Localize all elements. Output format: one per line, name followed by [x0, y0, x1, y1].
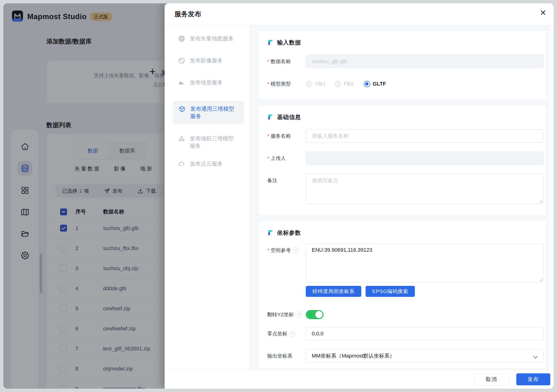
nav-label-line2: 服务 — [190, 142, 234, 150]
help-icon[interactable]: ? — [296, 312, 302, 318]
modal-nav-vector-map[interactable]: 发布矢量地图服务 — [178, 35, 243, 46]
flip-yz-label: 翻转YZ坐标 ? — [267, 311, 306, 318]
uploader-field — [306, 152, 544, 165]
earth-icon — [178, 57, 185, 64]
data-name-label: * 数据名称 — [267, 58, 306, 65]
output-crs-select[interactable]: MM坐标系（Mapmost默认坐标系） — [306, 349, 544, 363]
globe-icon — [178, 35, 185, 42]
epsg-search-button[interactable]: EPSG编码搜索 — [366, 286, 415, 297]
screen: Studio Mapmost Studio 正式版 添加数据/数据库 + 添 支… — [0, 0, 557, 392]
modal-nav-imagery[interactable]: 发布影像服务 — [178, 57, 243, 68]
remark-label: 备注 — [267, 177, 306, 184]
cancel-button[interactable]: 取消 — [474, 373, 509, 385]
radio-label: FBX — [344, 81, 354, 87]
terrain-icon — [178, 79, 185, 86]
section-header: 基础信息 — [267, 113, 544, 121]
nav-label: 发布倾斜三维模型 — [190, 135, 234, 142]
modal-nav-oblique-3d[interactable]: 发布倾斜三维模型服务 — [178, 135, 243, 150]
output-crs-value: MM坐标系（Mapmost默认坐标系） — [312, 352, 395, 360]
spatial-ref-label: * 空间参考 ? — [267, 247, 306, 254]
pyramid-icon — [178, 135, 185, 142]
section-title: 基础信息 — [277, 113, 301, 121]
radio-label: OBJ — [315, 81, 325, 87]
model-type-label: * 模型类型 — [267, 80, 306, 87]
required-marker: * — [267, 59, 269, 64]
section-basic-info: 基础信息 * 服务名称 * 上传人 — [259, 105, 547, 215]
uploader-label: * 上传人 — [267, 155, 306, 162]
radio-circle — [364, 81, 370, 87]
content-scrollbar-track[interactable] — [548, 25, 554, 370]
help-icon[interactable]: ? — [293, 247, 299, 253]
nav-label: 发布矢量地图服务 — [190, 35, 234, 42]
modal-footer: 取消 发布 — [165, 370, 554, 389]
modal-nav-point-cloud[interactable]: 发布点云服务 — [178, 160, 243, 172]
nav-label: 发布通用三维模型 — [190, 106, 234, 112]
required-marker: * — [267, 133, 269, 139]
section-title: 坐标参数 — [277, 229, 301, 237]
cloud-icon — [178, 160, 185, 168]
publish-button[interactable]: 发布 — [516, 373, 550, 385]
flip-yz-toggle[interactable] — [306, 310, 323, 319]
section-input-data: 输入数据 * 数据名称 * 模型类型 — [259, 31, 547, 99]
help-icon[interactable]: ? — [289, 331, 295, 337]
radio-circle — [306, 81, 312, 87]
background-page: Studio Mapmost Studio 正式版 添加数据/数据库 + 添 支… — [3, 3, 554, 389]
modal-nav-terrain[interactable]: 发布地形服务 — [178, 79, 243, 90]
required-marker: * — [267, 247, 269, 253]
modal-body: 发布矢量地图服务 发布影像服务 — [165, 25, 554, 370]
service-publish-modal: 服务发布 × 发布矢量地图服务 — [165, 3, 554, 389]
nav-label: 发布点云服务 — [190, 161, 223, 167]
remark-field[interactable] — [306, 174, 544, 204]
radio-obj[interactable]: OBJ — [306, 81, 325, 87]
service-name-label: * 服务名称 — [267, 133, 306, 139]
radio-gltf[interactable]: GLTF — [364, 81, 386, 87]
radio-fbx[interactable]: FBX — [335, 81, 354, 87]
output-crs-label: 输出坐标系 — [267, 352, 306, 359]
section-header: 输入数据 — [267, 39, 544, 46]
required-marker: * — [267, 81, 269, 87]
model-type-radio-group: OBJ FBX GLTF — [306, 81, 395, 87]
section-header: 坐标参数 — [267, 229, 544, 236]
section-flag-icon — [267, 230, 273, 236]
nav-label: 发布影像服务 — [190, 57, 223, 64]
section-title: 输入数据 — [277, 39, 301, 46]
zero-point-field[interactable] — [306, 327, 544, 340]
spatial-ref-field[interactable]: ENU:39.90691,116.39123 — [306, 244, 544, 282]
cube-icon — [179, 105, 186, 112]
section-flag-icon — [267, 114, 273, 120]
service-name-field[interactable] — [306, 129, 544, 143]
nav-label: 发布地形服务 — [190, 79, 223, 86]
section-flag-icon — [267, 40, 273, 46]
radio-label: GLTF — [373, 81, 386, 87]
zero-point-label: 零点坐标 ? — [267, 330, 306, 337]
modal-nav: 发布矢量地图服务 发布影像服务 — [165, 25, 250, 370]
modal-nav-generic-3d[interactable]: 发布通用三维模型服务 — [173, 101, 244, 124]
latlon-local-crs-button[interactable]: 经纬度局部坐标系 — [306, 286, 361, 297]
chevron-down-icon — [533, 354, 538, 359]
radio-circle — [335, 81, 341, 87]
modal-header: 服务发布 × — [165, 3, 554, 25]
modal-title: 服务发布 — [174, 9, 201, 19]
data-name-field[interactable] — [306, 55, 544, 68]
section-coordinate-params: 坐标参数 * 空间参考 ? ENU:39.90691,116.39123 — [259, 221, 547, 368]
nav-label-line2: 服务 — [190, 112, 234, 120]
modal-content: 输入数据 * 数据名称 * 模型类型 — [250, 25, 554, 370]
close-icon[interactable]: × — [540, 8, 546, 18]
required-marker: * — [267, 155, 269, 161]
